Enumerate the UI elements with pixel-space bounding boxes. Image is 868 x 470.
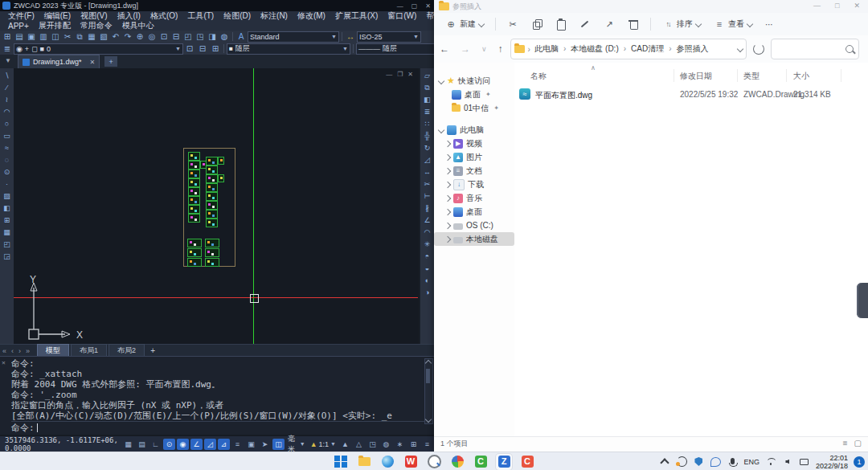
construction-line-icon[interactable]: ⁄ <box>1 82 13 93</box>
chamfer-icon[interactable]: ∠ <box>421 215 433 226</box>
array-icon[interactable]: ∷ <box>421 118 433 129</box>
layout-last-icon[interactable]: » <box>23 347 32 355</box>
polyline-icon[interactable]: ≀ <box>1 94 13 105</box>
file-row[interactable]: ≈ 平面布置图.dwg 2022/5/25 19:32 ZWCAD.Drawin… <box>514 87 868 104</box>
volume-icon[interactable] <box>782 456 793 468</box>
render-icon[interactable]: ◨ <box>207 31 218 42</box>
region-icon[interactable]: ◰ <box>1 239 13 250</box>
dim-style-combo[interactable]: ISO-25 ▼ <box>357 31 421 43</box>
copy-icon[interactable]: ⧉ <box>74 31 85 42</box>
greenc-taskbar-icon[interactable]: C <box>473 454 489 470</box>
sidebar-item-music[interactable]: ♪ 音乐 <box>434 191 514 205</box>
layer-states-icon[interactable]: ⊞ <box>210 43 221 54</box>
spline-icon[interactable]: ≈ <box>1 142 13 153</box>
transparency-icon[interactable]: ▣ <box>245 439 257 450</box>
wipeout-icon[interactable]: ◲ <box>1 251 13 262</box>
clock[interactable]: 22:01 2022/9/18 <box>816 454 848 470</box>
hatch-icon[interactable]: ▨ <box>1 190 13 202</box>
status-menu-icon[interactable]: ≡ <box>421 439 433 450</box>
forward-button[interactable]: → <box>455 43 476 55</box>
chevron-right-icon[interactable] <box>444 181 451 187</box>
auto-annotation-icon[interactable]: △ <box>353 439 365 450</box>
sidebar-item-os-c[interactable]: OS (C:) <box>434 219 514 232</box>
save-icon[interactable]: ▣ <box>26 31 37 42</box>
chevron-right-icon[interactable] <box>444 140 451 146</box>
fillet-icon[interactable]: ◠ <box>421 227 433 238</box>
layout-first-icon[interactable]: « <box>0 347 9 355</box>
browser-taskbar-icon[interactable] <box>379 454 395 470</box>
explorer-close-button[interactable]: ✕ <box>854 2 860 10</box>
chat-icon[interactable] <box>710 456 721 468</box>
recent-locations-button[interactable]: ∨ <box>476 45 493 53</box>
grid-snap-icon[interactable]: ▤ <box>136 439 148 450</box>
mdi-minimize-icon[interactable]: — <box>386 71 392 78</box>
share-button[interactable]: ↗ <box>597 15 621 33</box>
annotation-visibility-icon[interactable]: ▲ <box>339 439 351 450</box>
zoom-realtime-icon[interactable]: ◎ <box>146 31 158 42</box>
sidebar-item-pictures[interactable]: ▲ 图片 <box>434 150 514 164</box>
doc-tab-menu-icon[interactable]: ▼ <box>5 57 11 64</box>
wifi-icon[interactable] <box>765 456 776 468</box>
hidden-icons-button[interactable] <box>659 456 670 468</box>
large-icons-view-icon[interactable]: ▢ <box>854 439 862 448</box>
search-taskbar-icon[interactable] <box>426 454 442 470</box>
breadcrumb-item[interactable]: 本地磁盘 (D:) <box>568 43 628 55</box>
layout-prev-icon[interactable]: ‹ <box>9 347 16 355</box>
wps-taskbar-icon[interactable]: W <box>403 454 419 470</box>
sidebar-item-01-folder[interactable]: 01中信 ✦ <box>434 101 514 115</box>
layout-add-button[interactable]: + <box>146 346 159 355</box>
back-button[interactable]: ← <box>434 43 455 55</box>
circle-icon[interactable]: ○ <box>1 118 13 129</box>
break-icon[interactable]: ∦ <box>421 202 433 214</box>
layer-color-icon[interactable]: ■ <box>40 45 44 53</box>
cad-close-button[interactable]: ✕ <box>425 2 431 10</box>
pan-icon[interactable]: ⊕ <box>134 31 145 42</box>
plot-icon[interactable]: ▥ <box>38 31 49 42</box>
sort-button[interactable]: ↑↓ 排序 <box>656 15 707 33</box>
layer-freeze-icon[interactable]: + <box>25 45 29 53</box>
cut-icon[interactable]: ✂ <box>62 31 73 42</box>
help-icon[interactable]: ◍ <box>219 31 230 42</box>
new-button[interactable]: ⊕ 新建 <box>439 15 490 33</box>
match-properties-icon[interactable]: ▧ <box>98 31 109 42</box>
paste-icon[interactable]: ▦ <box>86 31 97 42</box>
image-icon[interactable]: ▦ <box>1 227 13 238</box>
zwcad-taskbar-icon[interactable]: Z <box>496 454 512 470</box>
chevron-right-icon[interactable] <box>444 194 451 201</box>
sidebar-item-downloads[interactable]: ↓ 下载 <box>434 178 514 191</box>
cut-button[interactable]: ✂ <box>501 15 525 33</box>
layer-previous-icon[interactable]: ⊟ <box>197 43 208 54</box>
layer-lock-icon[interactable]: ◻ <box>31 45 37 53</box>
microphone-icon[interactable] <box>727 456 738 468</box>
explorer-taskbar-icon[interactable] <box>356 454 372 470</box>
redc-taskbar-icon[interactable]: C <box>519 454 535 470</box>
sidebar-item-videos[interactable]: ▶ 视频 <box>434 137 514 150</box>
sidebar-group-quick-access[interactable]: ★ 快速访问 <box>434 74 514 88</box>
rectangle-icon[interactable]: ▭ <box>1 130 13 141</box>
cad-minimize-button[interactable]: — <box>397 2 403 10</box>
scale-icon[interactable]: ◿ <box>421 154 433 166</box>
menu-item[interactable]: 标注(N) <box>256 10 293 22</box>
layer-on-icon[interactable]: ◉ <box>16 45 23 53</box>
sidebar-item-local-disk[interactable]: 本地磁盘 <box>434 232 514 246</box>
draworder-front-icon[interactable]: ◓ <box>421 251 433 262</box>
menu-item[interactable]: APP+ <box>3 22 34 31</box>
start-taskbar-icon[interactable] <box>333 454 349 470</box>
chevron-right-icon[interactable] <box>444 167 451 174</box>
column-header-name[interactable]: 名称 <box>530 71 547 82</box>
viewports-icon[interactable]: ◰ <box>182 31 194 42</box>
menu-item[interactable]: 绘图(D) <box>219 10 256 22</box>
details-view-icon[interactable]: ≡ <box>843 439 848 448</box>
doc-tab-drawing1[interactable]: Drawing1.dwg* ✕ <box>18 55 100 68</box>
zoom-previous-icon[interactable]: ⊟ <box>170 31 182 42</box>
command-scrollbar[interactable] <box>424 358 433 424</box>
move-icon[interactable]: ╬ <box>421 130 433 141</box>
doc-tab-close-icon[interactable]: ✕ <box>90 59 96 66</box>
copy-icon[interactable]: ⧉ <box>421 82 433 93</box>
address-bar[interactable]: › 此电脑本地磁盘 (D:)CAD清理参照插入 <box>510 39 747 59</box>
chevron-right-icon[interactable] <box>444 153 451 160</box>
menu-item[interactable]: 工具(T) <box>182 10 219 22</box>
polar-icon[interactable]: ⊙ <box>163 439 175 450</box>
explorer-minimize-button[interactable]: — <box>813 2 821 10</box>
command-close-icon[interactable]: ✕ <box>2 359 6 366</box>
